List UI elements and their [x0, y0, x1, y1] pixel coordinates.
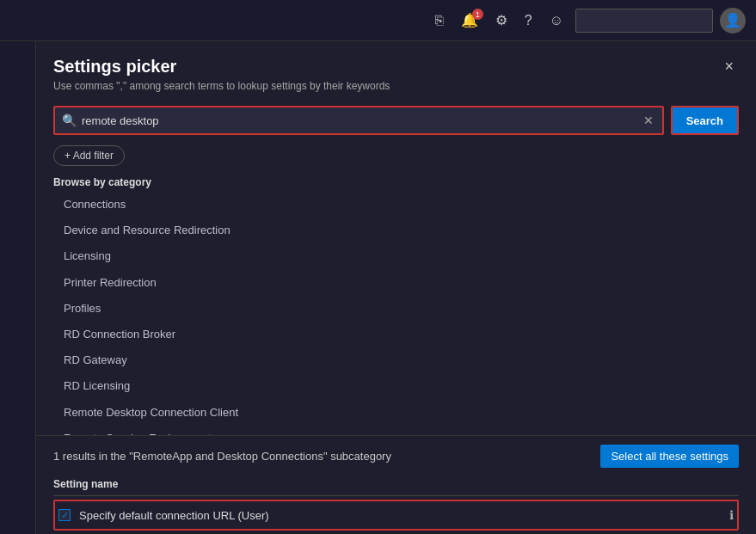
- category-item-licensing[interactable]: Licensing: [36, 243, 756, 269]
- add-filter-button[interactable]: + Add filter: [53, 145, 125, 166]
- category-item-profiles[interactable]: Profiles: [36, 296, 756, 322]
- close-button[interactable]: ×: [719, 57, 739, 76]
- smiley-icon[interactable]: ☺: [544, 9, 569, 32]
- remote-icon[interactable]: ⎘: [430, 9, 449, 32]
- search-row: 🔍 ✕ Search: [36, 99, 756, 142]
- settings-icon[interactable]: ⚙: [490, 9, 513, 32]
- panel-subtitle: Use commas "," among search terms to loo…: [53, 80, 390, 92]
- category-item-connections[interactable]: Connections: [36, 192, 756, 218]
- category-list: ConnectionsDevice and Resource Redirecti…: [36, 192, 756, 435]
- notification-badge: 1: [472, 9, 483, 20]
- top-bar: ⎘ 🔔1 ⚙ ? ☺ 👤: [0, 0, 756, 41]
- category-item-rd-gateway[interactable]: RD Gateway: [36, 347, 756, 373]
- search-input-wrapper: 🔍 ✕: [53, 106, 664, 135]
- help-icon[interactable]: ?: [519, 9, 538, 32]
- clear-button[interactable]: ✕: [642, 114, 655, 127]
- search-input[interactable]: [82, 114, 636, 127]
- settings-list: ✓Specify default connection URL (User)ℹ: [53, 500, 739, 531]
- info-icon-specify-url[interactable]: ℹ: [729, 508, 734, 522]
- category-item-rd-licensing[interactable]: RD Licensing: [36, 373, 756, 399]
- category-item-remote-session[interactable]: Remote Session Environment: [36, 426, 756, 435]
- category-item-rd-connection-broker[interactable]: RD Connection Broker: [36, 322, 756, 347]
- filter-row: + Add filter: [36, 142, 756, 173]
- panel-title-group: Settings picker Use commas "," among sea…: [53, 57, 390, 92]
- results-info: 1 results in the "RemoteApp and Desktop …: [53, 450, 391, 463]
- search-icon: 🔍: [62, 114, 77, 127]
- browse-section: Browse by category ConnectionsDevice and…: [36, 173, 756, 435]
- column-header: Setting name: [53, 475, 739, 496]
- panel-title: Settings picker: [53, 57, 390, 77]
- setting-name-specify-url: Specify default connection URL (User): [79, 509, 721, 522]
- panel-header: Settings picker Use commas "," among sea…: [36, 41, 756, 99]
- category-item-device-resource[interactable]: Device and Resource Redirection: [36, 218, 756, 243]
- setting-row-specify-url[interactable]: ✓Specify default connection URL (User)ℹ: [53, 500, 739, 531]
- search-button[interactable]: Search: [671, 106, 739, 135]
- global-search-input[interactable]: [575, 9, 713, 33]
- category-item-printer-redirect[interactable]: Printer Redirection: [36, 270, 756, 296]
- setting-checkbox-specify-url[interactable]: ✓: [58, 509, 71, 521]
- select-all-button[interactable]: Select all these settings: [600, 445, 739, 468]
- results-header: 1 results in the "RemoteApp and Desktop …: [53, 445, 739, 468]
- sidebar: [0, 41, 36, 534]
- avatar[interactable]: 👤: [720, 8, 746, 34]
- settings-picker-panel: Settings picker Use commas "," among sea…: [36, 41, 756, 534]
- category-item-remote-desktop-client[interactable]: Remote Desktop Connection Client: [36, 400, 756, 426]
- main-area: Settings picker Use commas "," among sea…: [0, 41, 756, 534]
- bell-icon[interactable]: 🔔1: [456, 9, 483, 32]
- browse-label: Browse by category: [36, 173, 756, 192]
- results-section: 1 results in the "RemoteApp and Desktop …: [36, 436, 756, 534]
